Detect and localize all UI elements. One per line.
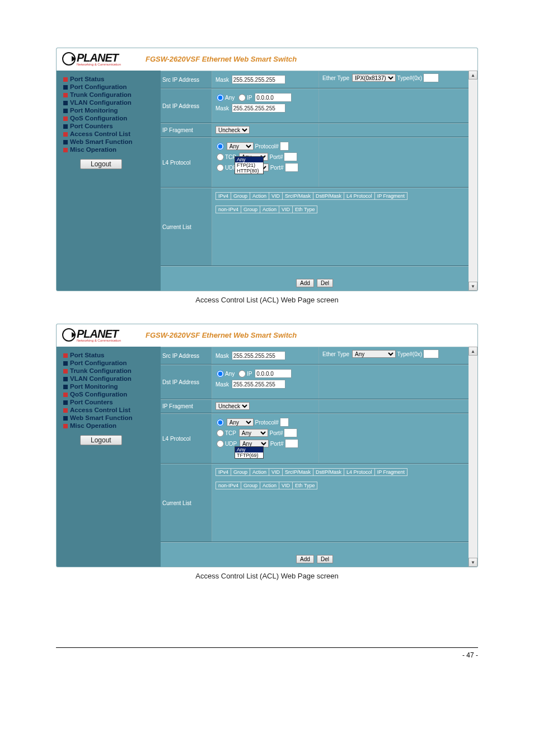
nav-qos-configuration[interactable]: QoS Configuration [63, 390, 158, 398]
dst-ip-input[interactable] [255, 93, 292, 102]
current-list-label: Current List [161, 464, 212, 542]
nav-trunk-configuration[interactable]: Trunk Configuration [63, 91, 158, 99]
l4-any-radio[interactable] [217, 419, 224, 426]
logo: PLANET Networking & Communication [62, 328, 121, 342]
nav-web-smart-function[interactable]: Web Smart Function [63, 138, 158, 146]
scroll-down-icon[interactable]: ▼ [469, 282, 477, 291]
current-list-label: Current List [161, 188, 212, 265]
figure-caption: Access Control List (ACL) Web Page scree… [56, 572, 478, 580]
sidebar: Port Status Port Configuration Trunk Con… [57, 347, 161, 567]
add-button[interactable]: Add [296, 555, 314, 563]
nav-access-control-list[interactable]: Access Control List [63, 406, 158, 414]
nav-access-control-list[interactable]: Access Control List [63, 130, 158, 138]
nav-trunk-configuration[interactable]: Trunk Configuration [63, 367, 158, 375]
logout-button[interactable]: Logout [80, 435, 122, 445]
ip-fragment-select[interactable]: Uncheck [216, 126, 250, 134]
header: PLANET Networking & Communication FGSW-2… [57, 48, 477, 71]
ether-type-input[interactable] [423, 349, 439, 358]
product-title: FGSW-2620VSF Ethernet Web Smart Switch [146, 331, 297, 339]
udp-port-label: Port# [270, 441, 284, 447]
src-ip-label: Src IP Address [161, 71, 212, 88]
protocol-num-input[interactable] [280, 418, 289, 427]
nav-port-counters[interactable]: Port Counters [63, 122, 158, 130]
ether-type-select[interactable]: Any [352, 350, 396, 358]
ether-type-input[interactable] [423, 73, 439, 82]
src-mask-input[interactable] [232, 351, 285, 360]
l4-any-select[interactable]: Any [227, 418, 254, 426]
tcp-port-input[interactable] [284, 428, 297, 437]
dst-mask-label: Mask [216, 381, 229, 388]
scroll-down-icon[interactable]: ▼ [469, 558, 477, 567]
dst-mask-input[interactable] [232, 380, 285, 389]
ip-fragment-select[interactable]: Uncheck [216, 402, 250, 410]
l4-tcp-radio[interactable] [217, 430, 224, 437]
planet-logo-icon [62, 52, 76, 66]
del-button[interactable]: Del [317, 555, 333, 563]
ether-type-select[interactable]: IPX(0x8137) [352, 74, 396, 82]
nav-port-counters[interactable]: Port Counters [63, 398, 158, 406]
src-ip-label: Src IP Address [161, 347, 212, 364]
protocol-num-input[interactable] [280, 142, 289, 151]
figure-caption: Access Control List (ACL) Web Page scree… [56, 296, 478, 304]
nav-port-configuration[interactable]: Port Configuration [63, 83, 158, 91]
logout-button[interactable]: Logout [80, 159, 122, 169]
scroll-up-icon[interactable]: ▲ [469, 71, 477, 80]
dst-ip-radio[interactable] [238, 370, 246, 377]
header: PLANET Networking & Communication FGSW-2… [57, 324, 477, 347]
ip-fragment-label: IP Fragment [161, 400, 212, 413]
nav-port-monitoring[interactable]: Port Monitoring [63, 106, 158, 114]
vertical-scrollbar[interactable]: ▲ ▼ [469, 347, 477, 567]
udp-port-input[interactable] [285, 439, 298, 448]
dropdown-option[interactable]: Any [235, 447, 263, 452]
nav-misc-operation[interactable]: Misc Operation [63, 146, 158, 153]
nav-port-status[interactable]: Port Status [63, 75, 158, 83]
dst-any-radio[interactable] [217, 370, 224, 377]
nav-port-configuration[interactable]: Port Configuration [63, 359, 158, 367]
vertical-scrollbar[interactable]: ▲ ▼ [469, 71, 477, 291]
l4-udp-radio[interactable] [217, 440, 224, 447]
nav-qos-configuration[interactable]: QoS Configuration [63, 114, 158, 122]
dst-mask-input[interactable] [232, 104, 285, 113]
udp-dropdown-overlay[interactable]: Any TFTP(69) [235, 446, 264, 459]
l4-any-select[interactable]: Any [227, 142, 254, 150]
brand-name: PLANET [77, 52, 118, 64]
dst-ip-radio[interactable] [238, 94, 246, 101]
udp-dropdown-overlay[interactable]: Any FTP(21) HTTP(80) [235, 156, 264, 174]
l4-protocol-label: L4 Protocol [161, 414, 212, 463]
protocol-hash-label: Protocol# [255, 143, 279, 150]
l4-tcp-radio[interactable] [217, 153, 224, 161]
dst-mask-label: Mask [216, 105, 229, 111]
type-hash-label: Type#(0x) [397, 75, 422, 81]
nav-port-status[interactable]: Port Status [63, 351, 158, 359]
nav-vlan-configuration[interactable]: VLAN Configuration [63, 375, 158, 382]
dropdown-option[interactable]: Any [235, 157, 263, 162]
ether-type-label: Ether Type [322, 351, 349, 357]
page-number: - 47 - [56, 647, 478, 659]
l4-udp-radio[interactable] [217, 164, 224, 171]
tcp-port-label: Port# [270, 430, 283, 436]
type-hash-label: Type#(0x) [397, 351, 422, 357]
dst-ip-input[interactable] [255, 369, 292, 378]
tcp-port-input[interactable] [284, 152, 297, 161]
product-title: FGSW-2620VSF Ethernet Web Smart Switch [146, 55, 297, 63]
add-button[interactable]: Add [296, 279, 314, 287]
brand-tagline: Networking & Communication [77, 63, 121, 66]
src-mask-input[interactable] [232, 75, 285, 84]
l4-any-radio[interactable] [217, 143, 224, 150]
nav-misc-operation[interactable]: Misc Operation [63, 422, 158, 430]
nav-port-monitoring[interactable]: Port Monitoring [63, 382, 158, 390]
dropdown-option[interactable]: HTTP(80) [235, 168, 263, 174]
l4-protocol-label: L4 Protocol [161, 138, 212, 187]
dropdown-option[interactable]: FTP(21) [235, 162, 263, 168]
dst-ip-label: Dst IP Address [161, 89, 212, 123]
udp-port-input[interactable] [285, 163, 298, 172]
scroll-up-icon[interactable]: ▲ [469, 347, 477, 356]
nav-web-smart-function[interactable]: Web Smart Function [63, 414, 158, 422]
nav-vlan-configuration[interactable]: VLAN Configuration [63, 99, 158, 106]
dropdown-option[interactable]: TFTP(69) [235, 452, 263, 458]
dst-any-radio[interactable] [217, 94, 224, 101]
l4-tcp-select[interactable]: Any [239, 429, 268, 437]
mask-label: Mask [216, 353, 229, 359]
del-button[interactable]: Del [317, 279, 333, 287]
udp-port-label: Port# [270, 165, 284, 171]
